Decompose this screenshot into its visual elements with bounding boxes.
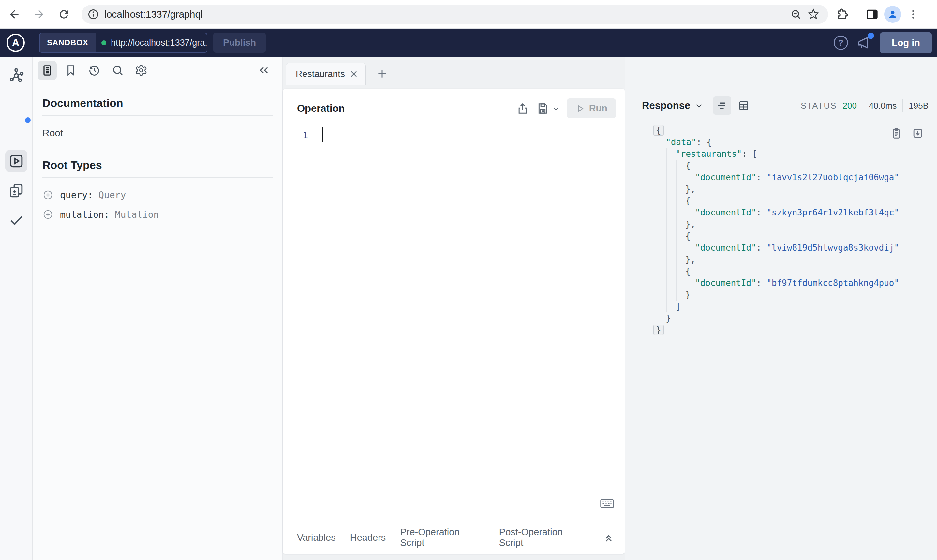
footer-tab-variables[interactable]: Variables (297, 532, 336, 543)
share-operation-icon[interactable] (516, 102, 529, 115)
schema-notification-dot (25, 117, 31, 123)
changesets-icon[interactable] (8, 182, 25, 199)
checks-icon[interactable] (8, 212, 25, 229)
json-line: } (651, 289, 931, 300)
bookmark-star-icon[interactable] (805, 6, 822, 23)
footer-tab-pre-operation-script[interactable]: Pre-Operation Script (400, 527, 485, 548)
response-stats: STATUS 200 40.0ms 195B (801, 99, 929, 112)
sandbox-header: A SANDBOX http://localhost:1337/gra... P… (0, 29, 937, 57)
root-type-row[interactable]: mutation: Mutation (42, 209, 272, 220)
save-operation-control[interactable] (536, 102, 560, 115)
indent-guide (657, 207, 657, 218)
settings-icon[interactable] (132, 61, 151, 80)
indent-guide (676, 171, 677, 183)
root-types-title: Root Types (42, 159, 272, 171)
browser-back-button[interactable] (4, 4, 25, 25)
json-line: }, (651, 183, 931, 195)
indent-guide (676, 218, 677, 230)
endpoint-status-dot (102, 40, 106, 45)
json-line: { (651, 195, 931, 207)
type-field-name: query: (60, 190, 93, 200)
operation-footer-tabs: VariablesHeadersPre-Operation ScriptPost… (297, 527, 602, 548)
fold-toggle[interactable]: } (653, 325, 664, 335)
address-bar[interactable]: localhost:1337/graphql (82, 5, 828, 24)
indent-guide (676, 160, 677, 171)
login-button[interactable]: Log in (880, 32, 932, 54)
footer-tab-headers[interactable]: Headers (350, 532, 386, 543)
indent-guide (676, 207, 677, 218)
extensions-icon[interactable] (833, 6, 851, 23)
explorer-icon[interactable] (8, 152, 25, 169)
saved-operations-icon[interactable] (61, 61, 80, 80)
left-rail (0, 57, 32, 560)
site-info-icon[interactable] (88, 8, 99, 20)
response-header: Response STATUS 200 40.0ms 195B (625, 97, 937, 115)
browser-reload-button[interactable] (54, 4, 74, 25)
table-view-icon[interactable] (734, 97, 753, 115)
indent-guide (686, 207, 686, 218)
documentation-tab-icon[interactable] (38, 61, 57, 80)
keyboard-shortcuts-icon[interactable] (600, 499, 614, 509)
indent-guide (666, 289, 667, 300)
endpoint-input[interactable]: http://localhost:1337/gra... (96, 37, 207, 49)
indent-guide (657, 277, 657, 289)
side-panel-icon[interactable] (863, 6, 881, 23)
indent-guide (657, 242, 657, 254)
indent-guide (657, 148, 657, 160)
close-tab-icon[interactable] (349, 69, 359, 79)
divider (42, 177, 272, 178)
docs-root-link[interactable]: Root (42, 128, 272, 138)
operation-title: Operation (297, 103, 345, 114)
url-text[interactable]: localhost:1337/graphql (104, 9, 787, 20)
json-line: { (651, 125, 931, 136)
json-line: "documentId": "bf97tfdumkcc8ptahkng4puo" (651, 277, 931, 289)
response-dropdown-icon[interactable] (694, 101, 704, 111)
add-tab-icon[interactable] (374, 65, 391, 82)
status-code: 200 (843, 101, 857, 111)
help-icon[interactable]: ? (834, 35, 848, 50)
browser-menu-icon[interactable] (905, 6, 922, 23)
response-time: 40.0ms (869, 101, 897, 111)
announcements-icon[interactable] (857, 35, 871, 50)
indent-guide (686, 171, 686, 183)
history-icon[interactable] (85, 61, 104, 80)
expand-type-icon[interactable] (42, 209, 54, 220)
expand-type-icon[interactable] (42, 189, 54, 200)
tab-restaurants[interactable]: Restaurants (286, 63, 366, 85)
stat-divider (863, 99, 863, 112)
root-type-row[interactable]: query: Query (42, 189, 272, 200)
json-view-icon[interactable] (713, 97, 731, 115)
indent-guide (657, 312, 657, 324)
collapse-footer-icon[interactable] (602, 531, 615, 544)
collapse-docs-icon[interactable] (257, 63, 271, 77)
documentation-panel: Documentation Root Root Types query: Que… (32, 57, 283, 560)
schema-icon[interactable] (8, 67, 25, 84)
json-line: } (651, 312, 931, 324)
search-icon[interactable] (108, 61, 127, 80)
browser-profile-avatar[interactable] (884, 6, 901, 23)
footer-tab-post-operation-script[interactable]: Post-Operation Script (499, 527, 588, 548)
browser-forward-button[interactable] (29, 4, 49, 25)
indent-guide (666, 277, 667, 289)
publish-button[interactable]: Publish (213, 32, 266, 53)
indent-guide (666, 242, 667, 254)
response-title: Response (642, 100, 690, 111)
indent-guide (657, 160, 657, 171)
response-json[interactable]: {"data": {"restaurants": [{"documentId":… (651, 125, 931, 336)
json-line: "documentId": "szkyn3pr64r1v2lkebf3t4qc" (651, 207, 931, 218)
apollo-logo: A (6, 34, 25, 52)
zoom-out-icon[interactable] (787, 6, 805, 23)
indent-guide (657, 230, 657, 242)
tab-label: Restaurants (296, 69, 349, 79)
indent-guide (666, 300, 667, 312)
indent-guide (666, 183, 667, 195)
operation-header: Operation Run (283, 89, 625, 118)
json-line: }, (651, 254, 931, 265)
indent-guide (666, 195, 667, 207)
indent-guide (657, 289, 657, 300)
fold-toggle[interactable]: { (653, 125, 664, 135)
docs-toolbar (32, 57, 282, 85)
run-button[interactable]: Run (567, 98, 616, 118)
toolbar-divider (857, 8, 857, 21)
indent-guide (676, 277, 677, 289)
